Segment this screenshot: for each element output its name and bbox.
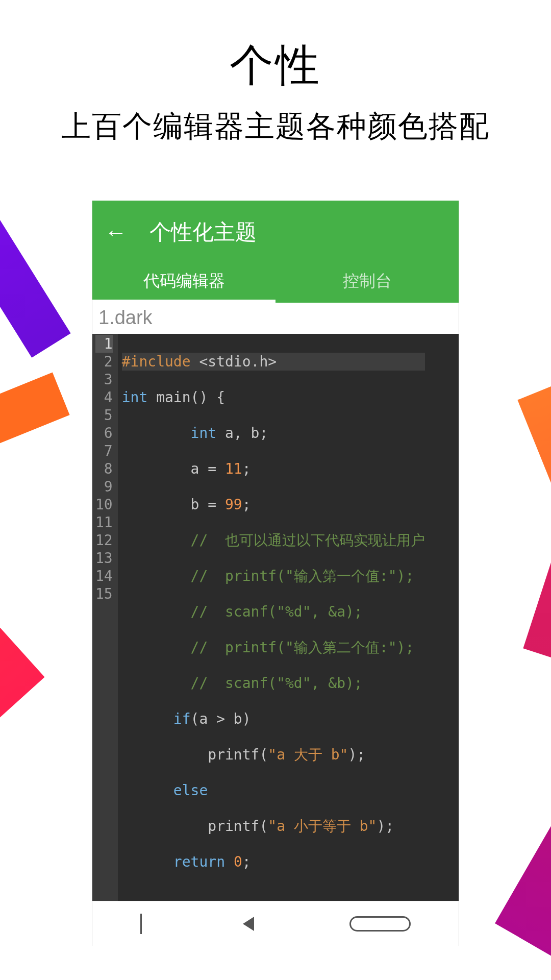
code-body-dark: #include <stdio.h> int main() { int a, b… xyxy=(118,334,425,908)
android-nav-bar xyxy=(92,901,459,946)
phone-frame: ← 个性化主题 代码编辑器 控制台 1.dark 1 2 3 4 5 6 7 8… xyxy=(92,201,459,946)
hero-title: 个性 xyxy=(0,36,551,95)
decor-stripe-orange-left xyxy=(0,373,70,496)
tab-code-editor[interactable]: 代码编辑器 xyxy=(92,261,276,303)
theme-label-dark: 1.dark xyxy=(92,303,459,334)
nav-home-icon[interactable] xyxy=(349,916,411,932)
decor-stripe-orange-right xyxy=(517,371,551,731)
tab-console[interactable]: 控制台 xyxy=(276,261,459,303)
hero-subtitle: 上百个编辑器主题各种颜色搭配 xyxy=(0,107,551,146)
hero: 个性 上百个编辑器主题各种颜色搭配 xyxy=(0,36,551,146)
code-preview-dark[interactable]: 1 2 3 4 5 6 7 8 9 10 11 12 13 14 15 #inc… xyxy=(92,334,459,908)
nav-recent-icon[interactable] xyxy=(140,914,147,934)
nav-back-icon[interactable] xyxy=(243,917,254,931)
appbar-title: 个性化主题 xyxy=(149,218,257,247)
gutter-dark: 1 2 3 4 5 6 7 8 9 10 11 12 13 14 15 xyxy=(92,334,118,908)
tab-bar: 代码编辑器 控制台 xyxy=(92,261,459,303)
back-icon[interactable]: ← xyxy=(105,221,127,243)
decor-stripe-red-left xyxy=(0,411,45,721)
app-bar: ← 个性化主题 xyxy=(92,201,459,261)
